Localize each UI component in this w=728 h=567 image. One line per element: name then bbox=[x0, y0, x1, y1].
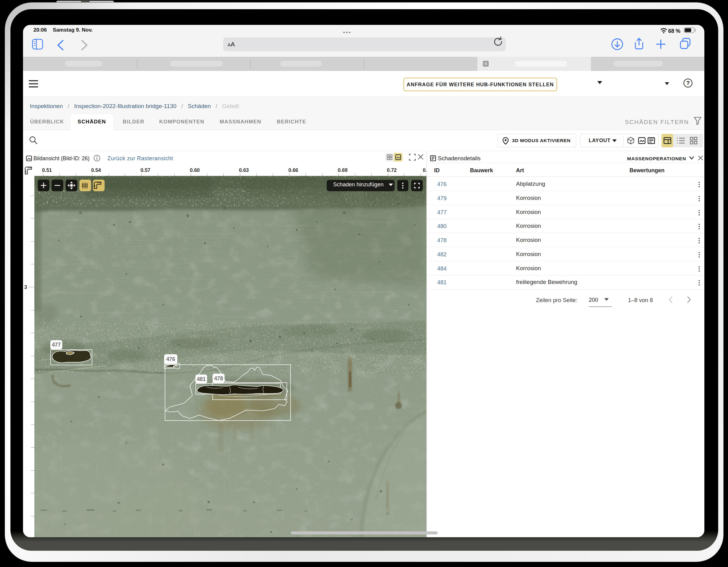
svg-text:481: 481 bbox=[197, 376, 206, 382]
svg-text:68 %: 68 % bbox=[668, 28, 680, 34]
svg-text:477: 477 bbox=[52, 342, 61, 348]
svg-text:478: 478 bbox=[214, 376, 223, 382]
svg-text:476: 476 bbox=[166, 356, 175, 362]
